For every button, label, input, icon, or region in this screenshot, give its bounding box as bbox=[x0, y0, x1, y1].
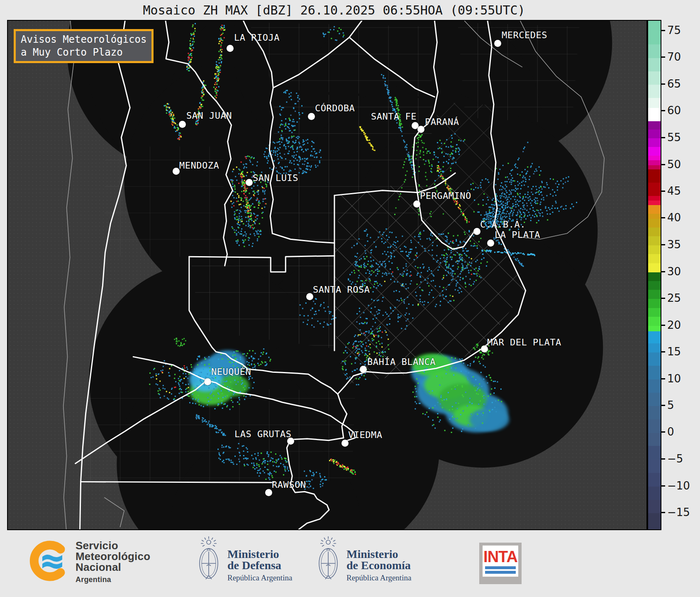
colorbar-tick-label: 50 bbox=[667, 158, 700, 171]
colorbar-segment bbox=[648, 85, 661, 98]
colorbar-segment bbox=[648, 219, 661, 228]
colorbar-segment bbox=[648, 299, 661, 308]
inta-label: INTA bbox=[483, 549, 517, 565]
colorbar-segment bbox=[648, 460, 661, 473]
city-label-san-juan: SAN JUAN bbox=[186, 110, 232, 121]
colorbar-segment bbox=[648, 331, 661, 343]
colorbar-tick-mark bbox=[661, 244, 665, 245]
city-label-santa-fe: SANTA FE bbox=[371, 111, 417, 122]
colorbar-tick-mark bbox=[661, 298, 665, 299]
colorbar-tick-label: −15 bbox=[667, 506, 700, 519]
ministry-economia: Ministerio de Economía República Argenti… bbox=[346, 548, 411, 582]
colorbar-segment bbox=[648, 205, 661, 214]
colorbar-segment bbox=[648, 183, 661, 196]
colorbar-segment bbox=[648, 500, 661, 513]
footer: Servicio Meteorológico Nacional Argentin… bbox=[0, 530, 700, 597]
colorbar-tick-mark bbox=[661, 191, 665, 192]
warning-box: Avisos Meteorológicos a Muy Corto Plazo bbox=[14, 29, 154, 63]
colorbar-segment bbox=[648, 21, 661, 31]
city-label-santa-rosa: SANTA ROSA bbox=[313, 284, 370, 295]
city-label-mendoza: MENDOZA bbox=[179, 160, 219, 171]
city-dot-la-plata bbox=[487, 240, 494, 247]
city-label-neuqu-n: NEUQUÉN bbox=[211, 367, 251, 377]
smn-wordmark: Servicio Meteorológico Nacional Argentin… bbox=[76, 540, 150, 585]
colorbar-segment bbox=[648, 352, 661, 366]
city-label-viedma: VIEDMA bbox=[348, 430, 382, 440]
colorbar-segment bbox=[648, 317, 661, 326]
economia-line-2: de Economía bbox=[346, 560, 411, 571]
colorbar-segment bbox=[648, 138, 661, 147]
colorbar-tick-label: 55 bbox=[667, 131, 700, 144]
colorbar-tick-label: 20 bbox=[667, 318, 700, 332]
colorbar-segment bbox=[648, 130, 661, 138]
city-label-c-rdoba: CÓRDOBA bbox=[315, 103, 355, 113]
colorbar-segment bbox=[648, 272, 661, 281]
city-dot-mendoza bbox=[173, 168, 180, 175]
radar-product-page: Mosaico ZH MAX [dBZ] 26.10.2025 06:55HOA… bbox=[0, 0, 700, 597]
colorbar-tick-label: −5 bbox=[667, 452, 700, 465]
city-dot-c-a-b-a bbox=[473, 228, 480, 235]
colorbar-segment bbox=[648, 308, 661, 317]
city-label-mar-del-plata: MAR DEL PLATA bbox=[487, 337, 561, 347]
colorbar-segment bbox=[648, 254, 661, 263]
colorbar-tick-label: 10 bbox=[667, 372, 700, 385]
city-dot-mercedes bbox=[494, 40, 501, 47]
smn-logo-icon bbox=[28, 540, 70, 582]
colorbar-tick-mark bbox=[661, 30, 665, 31]
colorbar-tick-label: 5 bbox=[667, 399, 700, 412]
colorbar-segment bbox=[648, 406, 661, 419]
colorbar-tick-mark bbox=[661, 351, 665, 352]
smn-country: Argentina bbox=[76, 574, 150, 585]
colorbar-tick-label: 75 bbox=[667, 24, 700, 37]
colorbar-segment bbox=[648, 379, 661, 393]
defensa-line-1: Ministerio bbox=[227, 548, 292, 560]
city-dot-c-rdoba bbox=[308, 113, 315, 120]
city-label-rawson: RAWSON bbox=[272, 480, 306, 490]
colorbar-tick-label: 0 bbox=[667, 425, 700, 438]
colorbar-segment bbox=[648, 245, 661, 254]
defensa-line-2: de Defensa bbox=[227, 560, 292, 571]
city-label-la-rioja: LA RIOJA bbox=[234, 32, 280, 43]
colorbar-tick-label: 40 bbox=[667, 211, 700, 224]
city-dot-san-juan bbox=[179, 121, 186, 128]
colorbar-segment bbox=[648, 393, 661, 406]
colorbar-tick-mark bbox=[661, 271, 665, 272]
city-dot-viedma bbox=[341, 440, 349, 447]
colorbar-tick-mark bbox=[661, 405, 665, 406]
colorbar-tick-mark bbox=[661, 485, 665, 487]
smn-line-3: Nacional bbox=[76, 562, 150, 573]
city-label-mercedes: MERCEDES bbox=[502, 30, 547, 40]
colorbar-segment bbox=[648, 290, 661, 299]
inta-bar-1 bbox=[485, 566, 516, 569]
colorbar-tick-label: 70 bbox=[667, 50, 700, 64]
colorbar-tick-label: −10 bbox=[667, 479, 700, 492]
warning-line-2: a Muy Corto Plazo bbox=[21, 46, 123, 58]
colorbar-segment bbox=[648, 160, 661, 165]
defensa-crest-icon bbox=[196, 535, 222, 587]
economia-line-1: Ministerio bbox=[346, 548, 411, 560]
smn-line-1: Servicio bbox=[76, 540, 150, 551]
city-dot-bah-a-blanca bbox=[360, 366, 367, 373]
colorbar-tick-mark bbox=[661, 217, 665, 218]
colorbar-segment bbox=[648, 446, 661, 460]
inta-bar-2 bbox=[485, 571, 516, 574]
colorbar-segment bbox=[648, 513, 661, 530]
page-title: Mosaico ZH MAX [dBZ] 26.10.2025 06:55HOA… bbox=[0, 3, 668, 17]
city-dot-neuqu-n bbox=[204, 378, 211, 385]
colorbar-segment bbox=[648, 473, 661, 487]
colorbar-tick-mark bbox=[661, 512, 665, 513]
warning-line-1: Avisos Meteorológicos bbox=[21, 34, 146, 45]
colorbar-segment bbox=[648, 201, 661, 205]
colorbar-segment bbox=[648, 121, 661, 130]
colorbar-segment bbox=[648, 433, 661, 446]
colorbar-tick-label: 30 bbox=[667, 265, 700, 278]
colorbar-segment bbox=[648, 98, 661, 108]
colorbar-segment bbox=[648, 263, 661, 272]
colorbar-segment bbox=[648, 487, 661, 500]
economia-sub: República Argentina bbox=[346, 573, 411, 582]
colorbar-segment bbox=[648, 214, 661, 219]
radar-map: Avisos Meteorológicos a Muy Corto Plazo … bbox=[7, 20, 647, 530]
colorbar-tick-label: 25 bbox=[667, 291, 700, 305]
city-dot-pergamino bbox=[413, 201, 420, 208]
city-label-bah-a-blanca: BAHÍA BLANCA bbox=[367, 357, 436, 367]
